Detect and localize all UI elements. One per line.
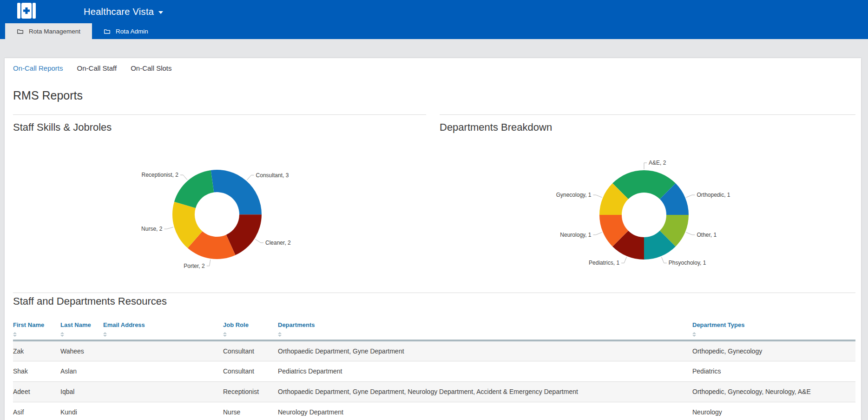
table-cell: Adeet (13, 381, 60, 402)
chart-label-receptionist: Receptionist, 2 (142, 172, 179, 178)
chart-slice-consultant[interactable] (211, 170, 262, 214)
column-header-label: Department Types (692, 321, 855, 328)
column-header-last-name[interactable]: Last Name (60, 319, 103, 340)
chart-title-departments: Departments Breakdown (440, 121, 552, 133)
label-leader-line (686, 195, 695, 197)
table-row-adeet-iqbal: AdeetIqbalReceptionistOrthopaedic Depart… (13, 381, 855, 402)
column-header-label: Departments (278, 321, 692, 328)
chart-label-consultant: Consultant, 3 (256, 172, 289, 179)
table-cell (103, 340, 223, 361)
column-header-job-role[interactable]: Job Role (223, 319, 278, 340)
label-leader-line (593, 233, 602, 235)
chart-slice-receptionist[interactable] (174, 170, 214, 208)
divider (13, 114, 426, 115)
column-header-department-types[interactable]: Department Types (692, 319, 855, 340)
table-cell: Wahees (60, 340, 103, 361)
chart-label-pediatrics: Pediatrics, 1 (589, 260, 619, 266)
subnav-link-on-call-staff[interactable]: On-Call Staff (77, 64, 117, 72)
app-title: Healthcare Vista (84, 7, 154, 17)
table-row-zak-wahees: ZakWaheesConsultantOrthopaedic Departmen… (13, 340, 855, 361)
table-cell (103, 361, 223, 381)
medical-cross-icon (17, 3, 37, 19)
tab-label: Rota Management (29, 28, 80, 35)
table-cell: Orthopaedic Department, Gyne Department,… (278, 381, 692, 402)
column-header-label: First Name (13, 321, 60, 328)
page-title: RMS Reports (13, 89, 83, 102)
table-cell: Shak (13, 361, 60, 381)
table-cell: Orthopaedic Department, Gyne Department (278, 340, 692, 361)
label-leader-line (255, 239, 263, 243)
label-leader-line (621, 257, 626, 263)
divider (13, 293, 855, 293)
label-leader-line (247, 175, 254, 180)
chart-label-gynecology: Gynecology, 1 (556, 192, 592, 198)
sort-icon[interactable] (278, 332, 282, 337)
table-title: Staff and Departments Resources (13, 295, 167, 307)
label-leader-line (164, 227, 173, 229)
tab-rota-management[interactable]: Rota Management (5, 23, 92, 39)
tab-label: Rota Admin (116, 28, 148, 35)
chart-label-a-e: A&E, 2 (649, 160, 666, 166)
table-cell: Zak (13, 340, 60, 361)
table-cell: Aslan (60, 361, 103, 381)
column-header-label: Email Address (103, 321, 223, 328)
table-cell: Orthopedic, Gynecology, Neurology, A&E (692, 381, 855, 402)
chart-label-phsyocholoy: Phsyocholoy, 1 (669, 260, 706, 266)
table-row-shak-aslan: ShakAslanConsultantPediatrics Department… (13, 361, 855, 381)
table-cell: Pediatrics (692, 361, 855, 381)
column-header-email-address[interactable]: Email Address (103, 319, 223, 340)
chart-label-orthopedic: Orthopedic, 1 (697, 192, 730, 198)
column-header-label: Last Name (60, 321, 103, 328)
chart-title-staff-skills: Staff Skills & Jobroles (13, 121, 112, 133)
column-header-label: Job Role (223, 321, 278, 328)
sort-icon[interactable] (13, 332, 17, 337)
sort-icon[interactable] (103, 332, 107, 337)
label-leader-line (686, 233, 695, 235)
table-cell: Iqbal (60, 381, 103, 402)
table-cell: Neurology (692, 402, 855, 420)
table-cell (103, 381, 223, 402)
app-header: Healthcare Vista Rota ManagementRota Adm… (0, 0, 868, 39)
chart-label-nurse: Nurse, 2 (141, 226, 163, 232)
sort-icon[interactable] (223, 332, 227, 337)
tab-rota-admin[interactable]: Rota Admin (92, 23, 160, 39)
table-cell: Consultant (223, 361, 278, 381)
table-cell: Orthopedic, Gynecology (692, 340, 855, 361)
chevron-down-icon (158, 11, 163, 14)
column-header-departments[interactable]: Departments (278, 319, 692, 340)
label-leader-line (180, 175, 187, 180)
sort-icon[interactable] (692, 332, 696, 337)
label-leader-line (593, 195, 602, 197)
table-cell: Consultant (223, 340, 278, 361)
table-cell: Nurse (223, 402, 278, 420)
table-cell: Asif (13, 402, 60, 420)
chart-label-cleaner: Cleaner, 2 (265, 240, 291, 246)
label-leader-line (644, 163, 647, 169)
table-cell: Pediatrics Department (278, 361, 692, 381)
column-header-first-name[interactable]: First Name (13, 319, 60, 340)
content-card: On-Call ReportsOn-Call StaffOn-Call Slot… (5, 58, 861, 420)
resources-grid: First NameLast NameEmail AddressJob Role… (13, 319, 855, 420)
table-cell: Neurology Department (278, 402, 692, 420)
label-leader-line (207, 260, 210, 266)
table-cell (103, 402, 223, 420)
divider (440, 114, 855, 115)
table-cell: Receptionist (223, 381, 278, 402)
subnav-link-on-call-reports[interactable]: On-Call Reports (13, 64, 63, 72)
chart-label-porter: Porter, 2 (184, 263, 205, 269)
label-leader-line (662, 257, 667, 263)
donut-chart-staff-skills-jobroles: Consultant, 3Cleaner, 2Porter, 2Nurse, 2… (141, 170, 291, 269)
folder-icon (17, 28, 24, 34)
folder-icon (104, 28, 111, 34)
chart-label-neurology: Neurology, 1 (560, 232, 591, 238)
app-title-dropdown[interactable]: Healthcare Vista (84, 0, 163, 23)
chart-label-other: Other, 1 (697, 232, 717, 238)
table-row-asif-kundi: AsifKundiNurseNeurology DepartmentNeurol… (13, 402, 855, 420)
module-tabs: Rota ManagementRota Admin (5, 23, 160, 39)
donut-chart-departments-breakdown: A&E, 2Orthopedic, 1Other, 1Phsyocholoy, … (556, 160, 730, 266)
subnav-link-on-call-slots[interactable]: On-Call Slots (131, 64, 171, 72)
report-subnav: On-Call ReportsOn-Call StaffOn-Call Slot… (13, 64, 186, 72)
table-cell: Kundi (60, 402, 103, 420)
sort-icon[interactable] (60, 332, 64, 337)
